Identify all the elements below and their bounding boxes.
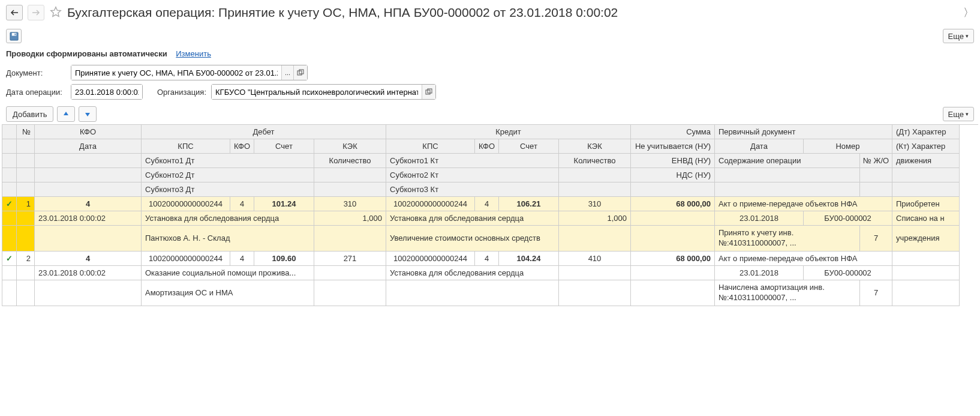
- col-sk1d: Субконто1 Дт: [142, 154, 314, 168]
- open-org-button[interactable]: [422, 85, 435, 99]
- ellipsis-button[interactable]: ...: [281, 65, 293, 80]
- table-row[interactable]: 23.01.2018 0:00:02 Установка для обследо…: [2, 211, 978, 226]
- svg-rect-2: [14, 33, 16, 35]
- col-kfo2-c: КФО: [475, 139, 499, 154]
- table-row[interactable]: Пантюхов А. Н. - Склад Увеличение стоимо…: [2, 226, 978, 252]
- more-button-table[interactable]: Еще▾: [943, 107, 974, 121]
- move-up-button[interactable]: [57, 106, 75, 122]
- table-row[interactable]: 23.01.2018 0:00:02 Оказание социальной п…: [2, 266, 978, 280]
- col-nds: НДС (НУ): [631, 168, 715, 182]
- page-title: Бухгалтерская операция: Принятие к учету…: [67, 5, 618, 20]
- open-button[interactable]: [293, 65, 307, 80]
- change-link[interactable]: Изменить: [176, 49, 211, 58]
- col-date: Дата: [35, 139, 142, 154]
- org-field[interactable]: [211, 84, 436, 100]
- col-kps-c: КПС: [386, 139, 475, 154]
- col-qty-c: Количество: [559, 154, 631, 168]
- col-sk1k: Субконто1 Кт: [386, 154, 559, 168]
- org-label: Организация:: [157, 88, 206, 97]
- col-envd: ЕНВД (НУ): [631, 154, 715, 168]
- col-credit: Кредит: [386, 125, 631, 139]
- table-row[interactable]: Амортизация ОС и НМА Начислена амортизац…: [2, 280, 978, 306]
- close-icon[interactable]: 〉: [963, 5, 974, 20]
- col-acct-c: Счет: [499, 139, 559, 154]
- col-kek-c: КЭК: [559, 139, 631, 154]
- col-acct-d: Счет: [254, 139, 314, 154]
- col-jnum: № Ж/О: [860, 154, 892, 168]
- col-sk3k: Субконто3 Кт: [386, 182, 559, 197]
- move-down-button[interactable]: [79, 106, 97, 122]
- col-kfo: КФО: [35, 125, 142, 139]
- col-kfo2-d: КФО: [230, 139, 254, 154]
- col-qty-d: Количество: [314, 154, 386, 168]
- col-docdate: Дата: [715, 139, 804, 154]
- favorite-icon[interactable]: [49, 5, 62, 20]
- col-ktchar: (Кт) Характер: [892, 139, 960, 154]
- check-icon: ✓: [2, 197, 17, 211]
- col-sk3d: Субконто3 Дт: [142, 182, 314, 197]
- auto-info: Проводки сформированы автоматически: [6, 49, 167, 58]
- check-icon: ✓: [2, 252, 17, 266]
- col-noacc: Не учитывается (НУ): [631, 139, 715, 154]
- forward-button[interactable]: [28, 5, 44, 20]
- add-button[interactable]: Добавить: [6, 106, 53, 122]
- col-docnum: Номер: [804, 139, 892, 154]
- table-row[interactable]: ✓ 2 4 10020000000000244 4 109.60 271 100…: [2, 252, 978, 266]
- col-sod: Содержание операции: [715, 154, 860, 168]
- more-button-top[interactable]: Еще▾: [943, 29, 974, 43]
- back-button[interactable]: [6, 5, 23, 20]
- table-row[interactable]: ✓ 1 4 10020000000000244 4 101.24 310 100…: [2, 197, 978, 211]
- col-dvizh: движения: [892, 154, 960, 168]
- col-debit: Дебет: [142, 125, 386, 139]
- col-primdoc: Первичный документ: [715, 125, 892, 139]
- save-button[interactable]: [6, 29, 22, 43]
- transactions-grid[interactable]: № КФО Дебет Кредит Сумма Первичный докум…: [2, 124, 978, 306]
- date-label: Дата операции:: [6, 88, 66, 97]
- col-kek-d: КЭК: [314, 139, 386, 154]
- col-sk2d: Субконто2 Дт: [142, 168, 314, 182]
- col-sk2k: Субконто2 Кт: [386, 168, 559, 182]
- date-field[interactable]: [71, 84, 143, 100]
- col-num: №: [17, 125, 35, 139]
- doc-label: Документ:: [6, 68, 66, 77]
- col-dtchar: (Дт) Характер: [892, 125, 960, 139]
- col-kps-d: КПС: [142, 139, 230, 154]
- col-sum: Сумма: [631, 125, 715, 139]
- doc-field[interactable]: ...: [71, 65, 308, 80]
